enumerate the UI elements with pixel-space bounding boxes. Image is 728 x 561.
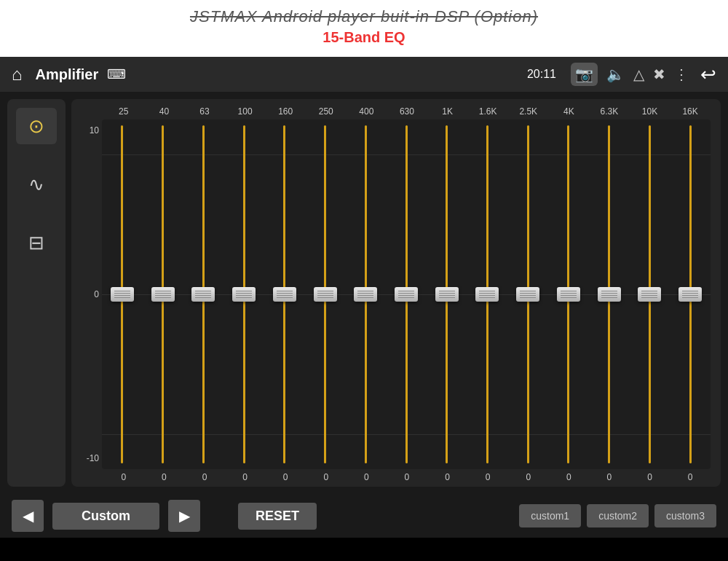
slider-track-100 xyxy=(243,125,245,463)
slider-col-2.5K[interactable] xyxy=(507,125,548,463)
slider-thumb-16K[interactable] xyxy=(678,287,702,302)
slider-col-16K[interactable] xyxy=(670,125,711,463)
slider-track-wrapper-100 xyxy=(223,125,264,463)
slider-thumb-4K[interactable] xyxy=(557,287,580,302)
thumb-line xyxy=(641,291,657,291)
sidebar-speaker-button[interactable]: ⊟ xyxy=(16,224,57,261)
slider-col-250[interactable] xyxy=(305,125,346,463)
slider-track-160 xyxy=(283,125,285,463)
slider-thumb-6.3K[interactable] xyxy=(598,287,621,302)
slider-col-400[interactable] xyxy=(345,125,386,463)
usb-icon: ⌨ xyxy=(107,66,126,82)
home-button[interactable]: ⌂ xyxy=(12,64,23,85)
slider-col-1.6K[interactable] xyxy=(467,125,508,463)
preset-label: Custom xyxy=(52,503,159,530)
close-icon[interactable]: ✖ xyxy=(653,66,665,83)
reset-button[interactable]: RESET xyxy=(238,503,317,530)
thumb-line xyxy=(357,293,373,294)
thumb-line xyxy=(398,295,414,296)
slider-thumb-400[interactable] xyxy=(354,287,377,302)
slider-col-160[interactable] xyxy=(264,125,305,463)
thumb-line xyxy=(357,291,373,291)
slider-col-1K[interactable] xyxy=(427,125,467,463)
db-label: 10 xyxy=(90,125,99,136)
sidebar-eq-button[interactable]: ⊙ xyxy=(16,108,57,144)
freq-label-6.3K: 6.3K xyxy=(589,106,629,117)
thumb-line xyxy=(520,295,536,296)
freq-label-400: 400 xyxy=(347,106,387,117)
thumb-line xyxy=(601,293,617,294)
eject-icon[interactable]: △ xyxy=(633,66,644,83)
slider-col-25[interactable] xyxy=(102,125,143,463)
slider-col-63[interactable] xyxy=(183,125,223,463)
thumb-line xyxy=(439,295,455,296)
thumb-line xyxy=(439,297,455,298)
slider-thumb-160[interactable] xyxy=(273,287,296,302)
slider-track-wrapper-6.3K xyxy=(589,125,630,463)
freq-label-4K: 4K xyxy=(549,106,589,117)
thumb-line xyxy=(317,291,333,291)
thumb-line xyxy=(641,297,657,298)
thumb-line xyxy=(682,293,698,294)
main-content: ⊙ ∿ ⊟ 2540631001602504006301K1.6K2.5K4K6… xyxy=(0,92,728,494)
thumb-line xyxy=(479,297,495,298)
slider-col-630[interactable] xyxy=(386,125,427,463)
slider-col-40[interactable] xyxy=(143,125,183,463)
eq-sliders-icon: ⊙ xyxy=(28,115,44,138)
thumb-line xyxy=(357,295,373,296)
slider-thumb-630[interactable] xyxy=(395,287,418,302)
thumb-line xyxy=(682,297,698,298)
custom-preset-button-custom1[interactable]: custom1 xyxy=(519,504,581,527)
thumb-line xyxy=(561,297,577,298)
thumb-line xyxy=(236,293,252,294)
thumb-line xyxy=(114,293,130,294)
eq-value-2.5K: 0 xyxy=(508,472,548,482)
freq-label-2.5K: 2.5K xyxy=(508,106,548,117)
freq-label-25: 25 xyxy=(103,106,143,117)
freq-label-630: 630 xyxy=(387,106,427,117)
slider-track-wrapper-1.6K xyxy=(467,125,508,463)
slider-thumb-10K[interactable] xyxy=(638,287,661,302)
eq-value-100: 0 xyxy=(225,472,265,482)
thumb-line xyxy=(317,297,333,298)
eq-value-10K: 0 xyxy=(630,472,670,482)
slider-thumb-1.6K[interactable] xyxy=(475,287,499,302)
back-button[interactable]: ↩ xyxy=(700,63,716,86)
thumb-line xyxy=(277,291,293,291)
slider-thumb-40[interactable] xyxy=(151,287,175,302)
eq-body: 100-10 xyxy=(82,119,711,469)
eq-value-1.6K: 0 xyxy=(468,472,508,482)
thumb-line xyxy=(277,295,293,296)
custom-preset-button-custom2[interactable]: custom2 xyxy=(587,504,649,527)
freq-label-1K: 1K xyxy=(427,106,467,117)
slider-track-wrapper-630 xyxy=(386,125,427,463)
prev-preset-button[interactable]: ◀ xyxy=(12,500,44,532)
slider-track-4K xyxy=(567,125,569,463)
custom-preset-button-custom3[interactable]: custom3 xyxy=(654,504,716,527)
slider-track-40 xyxy=(162,125,164,463)
next-preset-button[interactable]: ▶ xyxy=(168,500,200,532)
slider-col-6.3K[interactable] xyxy=(589,125,630,463)
slider-col-4K[interactable] xyxy=(548,125,589,463)
app-title: Amplifier xyxy=(36,66,99,83)
freq-label-16K: 16K xyxy=(670,106,711,117)
camera-icon[interactable]: 📷 xyxy=(571,63,598,86)
slider-col-10K[interactable] xyxy=(630,125,670,463)
eq-value-63: 0 xyxy=(184,472,224,482)
more-icon[interactable]: ⋮ xyxy=(674,66,689,83)
slider-thumb-2.5K[interactable] xyxy=(516,287,539,302)
slider-thumb-100[interactable] xyxy=(232,287,256,302)
volume-icon[interactable]: 🔈 xyxy=(606,66,625,83)
db-label: -10 xyxy=(87,453,99,463)
slider-thumb-25[interactable] xyxy=(111,287,134,302)
slider-track-16K xyxy=(689,125,692,463)
slider-track-wrapper-2.5K xyxy=(507,125,548,463)
thumb-line xyxy=(398,293,414,294)
slider-thumb-250[interactable] xyxy=(314,287,337,302)
thumb-line xyxy=(520,297,536,298)
slider-col-100[interactable] xyxy=(223,125,264,463)
slider-thumb-1K[interactable] xyxy=(435,287,459,302)
slider-thumb-63[interactable] xyxy=(191,287,215,302)
thumb-line xyxy=(561,295,577,296)
sidebar-wave-button[interactable]: ∿ xyxy=(16,166,57,203)
